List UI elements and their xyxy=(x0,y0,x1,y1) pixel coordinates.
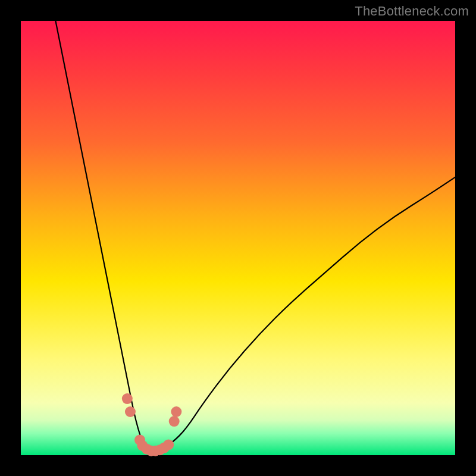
plot-area xyxy=(21,21,455,455)
marker-dot xyxy=(171,406,181,417)
watermark-text: TheBottleneck.com xyxy=(355,4,469,19)
bottleneck-curve xyxy=(55,21,455,451)
chart-frame: TheBottleneck.com xyxy=(0,0,476,476)
marker-dot xyxy=(169,416,180,427)
marker-group xyxy=(122,393,181,456)
marker-dot xyxy=(125,406,136,417)
marker-dot xyxy=(122,393,133,404)
curve-layer xyxy=(21,21,455,455)
marker-dot xyxy=(163,439,174,450)
